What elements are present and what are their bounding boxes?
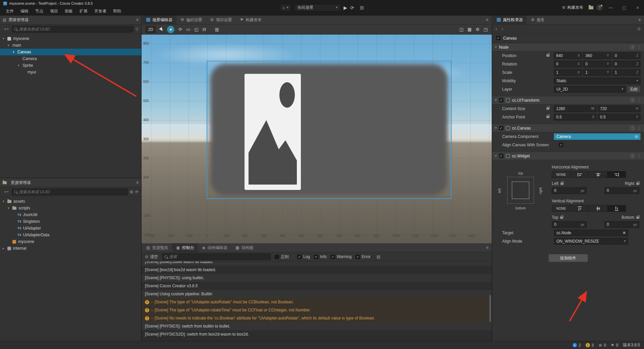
tab-animation-graph[interactable]: 动画图 — [231, 243, 257, 252]
expand-caret-icon[interactable] — [151, 298, 153, 306]
lock-icon[interactable] — [560, 183, 564, 185]
canvas-selection-outline[interactable] — [207, 61, 451, 199]
move-tool-icon[interactable]: + — [167, 26, 174, 33]
close-button[interactable] — [633, 3, 643, 12]
valign-none-button[interactable]: NONE — [552, 205, 571, 212]
assets-refresh-icon[interactable] — [135, 190, 139, 194]
menu-project[interactable]: 项目 — [47, 7, 61, 15]
back-icon[interactable] — [495, 27, 497, 31]
rotate-tool-icon[interactable] — [178, 27, 182, 32]
halign-center-button[interactable] — [589, 171, 607, 178]
current-scene-select[interactable]: 当前场景 — [294, 4, 340, 11]
gizmo-mode-icon[interactable] — [215, 27, 219, 32]
filter-error-checkbox[interactable]: Error — [356, 254, 371, 259]
caret-down-icon[interactable] — [495, 154, 497, 157]
caret-down-icon[interactable] — [495, 46, 497, 49]
layer-select[interactable]: UI_2D — [554, 86, 626, 93]
layout-button[interactable] — [360, 5, 364, 10]
status-error-item[interactable]: 0 — [598, 343, 606, 348]
rotation-y-field[interactable]: 0Y — [583, 61, 611, 67]
asset-internal[interactable]: internal — [0, 245, 141, 252]
hierarchy-menu-icon[interactable] — [136, 18, 139, 22]
log-row[interactable]: [Scene] [box2d]:box2d wasm lib loaded. — [142, 266, 492, 274]
position-x-field[interactable]: 640X — [554, 52, 582, 59]
tab-project-settings[interactable]: 项目设置 — [206, 15, 236, 24]
hierarchy-node-canvas[interactable]: Canvas — [0, 49, 141, 55]
log-row[interactable]: [Scene] [PHYSICS2D]: switch from box2d-w… — [142, 330, 492, 338]
reload-button[interactable] — [350, 5, 354, 10]
anchor-x-field[interactable]: 0.5X — [554, 114, 597, 120]
hierarchy-node-sprite[interactable]: Sprite — [0, 62, 141, 69]
tab-console[interactable]: 控制台 — [172, 243, 198, 252]
tab-preferences[interactable]: 偏好设置 — [176, 15, 206, 24]
lock-icon[interactable] — [636, 216, 639, 219]
asset-uiadapter[interactable]: TS UiAdapter — [0, 225, 141, 232]
component-enabled-checkbox[interactable] — [499, 98, 503, 102]
menu-developer[interactable]: 开发者 — [91, 7, 109, 15]
valign-bottom-button[interactable] — [607, 205, 626, 212]
asset-folder-assets[interactable]: assets — [0, 198, 141, 205]
tab-scene-editor[interactable]: 场景编辑器 — [142, 15, 176, 24]
fullscreen-icon[interactable] — [484, 27, 488, 32]
console-search-input[interactable] — [169, 254, 268, 259]
regex-checkbox[interactable]: 正则 — [275, 254, 289, 260]
filter-log-checkbox[interactable]: Log — [297, 254, 310, 259]
filter-info-checkbox[interactable]: Info — [314, 254, 327, 259]
expand-caret-icon[interactable] — [151, 314, 153, 322]
widget-bottom-field[interactable]: 0px — [604, 221, 639, 228]
caret-down-icon[interactable] — [3, 37, 7, 40]
clear-console-button[interactable]: 清空 — [145, 254, 158, 260]
scene-tabbar-menu-icon[interactable] — [486, 18, 488, 22]
caret-down-icon[interactable] — [18, 64, 22, 67]
add-component-button[interactable]: 添加组件 — [548, 254, 588, 262]
reference-picker-icon[interactable] — [635, 135, 638, 138]
menu-extension[interactable]: 扩展 — [76, 7, 91, 15]
caret-down-icon[interactable] — [8, 206, 12, 210]
component-enabled-checkbox[interactable] — [499, 126, 503, 130]
lock-icon[interactable] — [546, 54, 549, 57]
pin-icon[interactable] — [637, 27, 641, 31]
node-active-checkbox[interactable] — [496, 36, 500, 40]
tab-service[interactable]: 服务 — [527, 15, 549, 24]
help-icon[interactable] — [630, 98, 635, 102]
anchor-y-field[interactable]: 0.5Y — [598, 114, 641, 120]
tab-build-publish[interactable]: 构建发布 — [236, 15, 266, 24]
menu-panel[interactable]: 面板 — [62, 7, 76, 15]
kebab-menu-icon[interactable] — [637, 126, 641, 130]
tab-asset-preview[interactable]: 资源预览 — [142, 243, 172, 252]
snap-tool-icon[interactable] — [203, 27, 206, 32]
help-icon[interactable] — [630, 45, 635, 49]
console-menu-icon[interactable] — [486, 246, 488, 250]
log-row[interactable]: [Scene] Cocos Creator v3.8.5 — [142, 282, 492, 290]
layer-edit-button[interactable]: Edit — [627, 86, 641, 93]
menu-node[interactable]: 节点 — [32, 7, 46, 15]
node-section-header[interactable]: Node — [492, 43, 644, 51]
rotation-x-field[interactable]: 0X — [554, 61, 582, 67]
forward-icon[interactable] — [502, 27, 503, 31]
uitransform-section-header[interactable]: cc.UITransform — [492, 96, 644, 104]
status-info-item[interactable]: i 2 — [573, 343, 581, 348]
expand-caret-icon[interactable] — [151, 306, 153, 314]
select-tool-icon[interactable] — [160, 27, 163, 32]
console-scrollbar[interactable] — [489, 295, 491, 322]
kebab-menu-icon[interactable] — [637, 154, 641, 158]
scene-viewport[interactable]: 800 700 600 500 400 300 200 100 -100 -20… — [142, 35, 492, 243]
asset-folder-scripts[interactable]: scripts — [0, 205, 141, 211]
log-row-warning[interactable]: [Scene] The type of "UiAdapter.rotateTim… — [142, 306, 492, 314]
open-folder-icon[interactable] — [589, 6, 593, 9]
widget-left-field[interactable]: 0px — [552, 187, 587, 194]
lock-icon[interactable] — [636, 183, 639, 185]
help-icon[interactable]: ? — [597, 5, 602, 10]
widget-top-field[interactable]: 0px — [552, 221, 587, 228]
menu-file[interactable]: 文件 — [3, 7, 17, 15]
target-field[interactable]: cc.Node — [554, 230, 628, 236]
align-mode-select[interactable]: ON_WINDOW_RESIZE — [554, 238, 628, 245]
filter-warning-checkbox[interactable]: Warning — [331, 254, 352, 259]
content-width-field[interactable]: 1280W — [554, 105, 597, 112]
caret-down-icon[interactable] — [495, 99, 497, 102]
assets-view-toggle-icon[interactable] — [130, 190, 133, 194]
grid-toggle-icon[interactable] — [468, 27, 472, 32]
valign-middle-button[interactable] — [589, 205, 607, 212]
widget-section-header[interactable]: cc.Widget — [492, 152, 644, 160]
hierarchy-node-myui[interactable]: myui — [0, 69, 141, 76]
